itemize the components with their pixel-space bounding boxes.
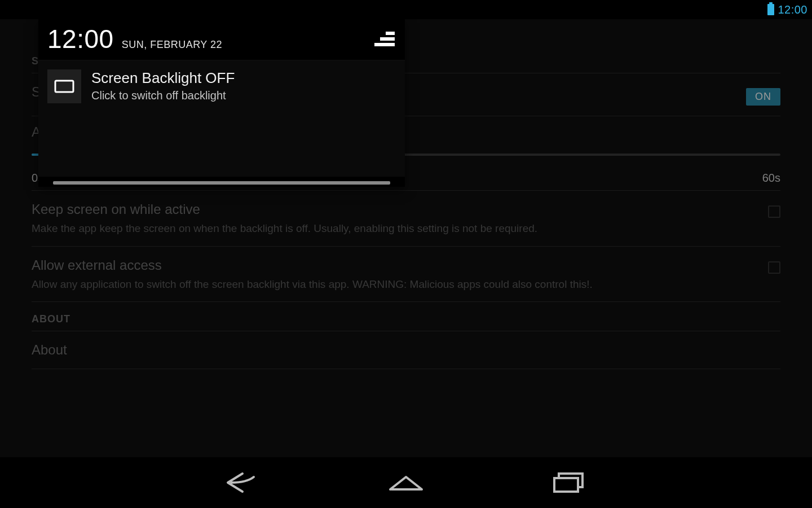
checkbox-keep-screen-on[interactable] bbox=[768, 205, 780, 218]
slider-max-label: 60s bbox=[762, 172, 780, 185]
row-external-access-title: Allow external access bbox=[32, 257, 593, 274]
quick-settings-icon[interactable] bbox=[373, 30, 396, 47]
row-external-access[interactable]: Allow external access Allow any applicat… bbox=[32, 247, 780, 302]
svg-rect-1 bbox=[380, 37, 395, 41]
navigation-bar bbox=[0, 457, 812, 508]
row-external-access-summary: Allow any application to switch off the … bbox=[32, 277, 593, 292]
svg-rect-3 bbox=[55, 81, 73, 92]
checkbox-external-access[interactable] bbox=[768, 261, 780, 274]
nav-recent-button[interactable] bbox=[544, 466, 595, 500]
notification-subtitle: Click to switch off backlight bbox=[91, 89, 235, 102]
row-keep-screen-on-title: Keep screen on while active bbox=[32, 201, 537, 218]
notification-item[interactable]: Screen Backlight OFF Click to switch off… bbox=[38, 60, 405, 115]
status-clock: 12:00 bbox=[778, 3, 807, 16]
divider bbox=[32, 369, 780, 369]
notification-title: Screen Backlight OFF bbox=[91, 69, 235, 87]
toggle-on-button[interactable]: ON bbox=[746, 88, 780, 106]
shade-drag-handle[interactable] bbox=[38, 179, 405, 187]
row-keep-screen-on[interactable]: Keep screen on while active Make the app… bbox=[32, 191, 780, 246]
shade-date: SUN, FEBRUARY 22 bbox=[122, 39, 222, 51]
svg-rect-5 bbox=[554, 478, 578, 492]
row-keep-screen-on-summary: Make the app keep the screen on when the… bbox=[32, 221, 537, 236]
status-bar: 12:00 bbox=[0, 0, 812, 19]
backlight-off-icon bbox=[47, 69, 81, 103]
battery-icon bbox=[767, 4, 774, 15]
section-header-about: ABOUT bbox=[32, 302, 780, 331]
shade-clock: 12:00 bbox=[47, 24, 114, 54]
row-about-title: About bbox=[32, 341, 67, 358]
shade-header: 12:00 SUN, FEBRUARY 22 bbox=[38, 19, 405, 60]
row-about[interactable]: About bbox=[32, 331, 780, 369]
nav-home-button[interactable] bbox=[381, 466, 431, 500]
notification-shade[interactable]: 12:00 SUN, FEBRUARY 22 Screen Backlight … bbox=[38, 19, 405, 187]
nav-back-button[interactable] bbox=[217, 466, 268, 500]
svg-rect-0 bbox=[386, 32, 395, 35]
svg-rect-2 bbox=[374, 43, 395, 46]
shade-empty-area bbox=[38, 115, 405, 177]
